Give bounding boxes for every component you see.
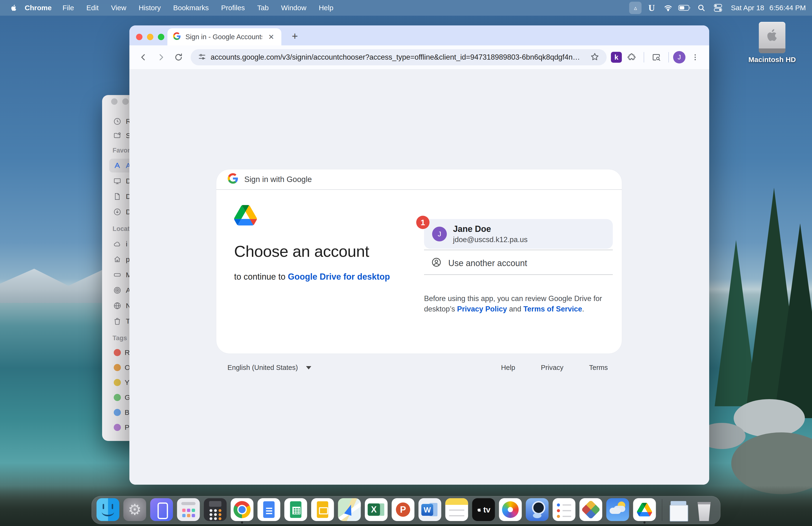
- menu-tab[interactable]: Tab: [251, 4, 275, 12]
- apple-menu-icon[interactable]: [10, 3, 17, 12]
- menubar-app-icon[interactable]: ▵: [629, 2, 641, 14]
- page-footer: English (United States) Help Privacy Ter…: [216, 364, 622, 372]
- browser-toolbar: accounts.google.com/v3/signin/accountcho…: [129, 45, 709, 69]
- extensions-puzzle-icon[interactable]: [624, 49, 639, 65]
- url-text[interactable]: accounts.google.com/v3/signin/accountcho…: [211, 53, 586, 61]
- forward-button[interactable]: [153, 49, 169, 65]
- dock-excel-icon[interactable]: X: [365, 498, 388, 521]
- running-indicator: [241, 522, 243, 524]
- dock-launchpad-icon[interactable]: [177, 498, 200, 521]
- dock-iphone-mirroring-icon[interactable]: [150, 498, 173, 521]
- apple-logo-on-drive: [765, 27, 780, 44]
- google-g-logo: [228, 173, 238, 186]
- volume-label: Macintosh HD: [746, 56, 798, 64]
- menubar-u-app-icon[interactable]: U: [645, 2, 658, 13]
- signin-page: Sign in with Google Choose an account to…: [129, 69, 709, 485]
- dock-trash-icon[interactable]: [693, 498, 715, 521]
- spotlight-search-icon[interactable]: [695, 2, 708, 13]
- privacy-disclaimer: Before using this app, you can review Go…: [424, 294, 613, 314]
- privacy-policy-link[interactable]: Privacy Policy: [457, 305, 507, 313]
- dock-powerpoint-icon[interactable]: P: [392, 498, 415, 521]
- notification-badge: 1: [416, 216, 430, 229]
- reload-button[interactable]: [171, 49, 186, 65]
- dock-system-settings-icon[interactable]: ⚙: [124, 498, 146, 521]
- kami-extension-icon[interactable]: k: [611, 52, 622, 63]
- sidebar-header-locations: Locati: [113, 225, 132, 232]
- menu-history[interactable]: History: [132, 4, 167, 12]
- continue-subtitle: to continue to Google Drive for desktop: [234, 272, 405, 282]
- dock-divider: [662, 499, 663, 521]
- menubar-clock[interactable]: Sat Apr 18 6:56:44 PM: [731, 4, 806, 12]
- dock-minimized-window[interactable]: [668, 501, 689, 521]
- menu-window[interactable]: Window: [275, 4, 313, 12]
- control-center-icon[interactable]: [711, 2, 725, 13]
- tab-strip: Sign in - Google Accounts ✕ +: [129, 25, 709, 45]
- account-option-jane-doe[interactable]: 1 J Jane Doe jdoe@uscsd.k12.pa.us: [424, 219, 613, 249]
- wifi-icon[interactable]: [662, 2, 675, 13]
- macintosh-hd-desktop-icon[interactable]: Macintosh HD: [746, 22, 798, 64]
- dock-photos-icon[interactable]: [499, 498, 522, 521]
- chrome-menu-kebab-icon[interactable]: [687, 49, 703, 65]
- language-value: English (United States): [228, 364, 298, 372]
- google-favicon: [173, 32, 181, 42]
- dock-apple-tv-icon[interactable]: tv: [472, 498, 495, 521]
- continue-app-link[interactable]: Google Drive for desktop: [288, 272, 390, 282]
- menu-bookmarks[interactable]: Bookmarks: [167, 4, 215, 12]
- dock-app-grid-icon[interactable]: [580, 498, 603, 521]
- back-button[interactable]: [135, 49, 151, 65]
- address-bar[interactable]: accounts.google.com/v3/signin/accountcho…: [191, 49, 607, 65]
- signin-card: Sign in with Google Choose an account to…: [216, 169, 622, 354]
- yellow-tag-icon: [114, 379, 121, 386]
- dock-reminders-icon[interactable]: [553, 498, 576, 521]
- menu-bar: Chrome File Edit View History Bookmarks …: [0, 0, 812, 16]
- divider: [424, 274, 613, 275]
- menubar-date: Sat Apr 18: [731, 4, 764, 12]
- active-app-menu[interactable]: Chrome: [25, 4, 52, 12]
- dock-word-icon[interactable]: W: [419, 498, 441, 521]
- terms-link[interactable]: Terms: [589, 364, 608, 372]
- finder-minimize-button[interactable]: [122, 98, 129, 105]
- bookmark-star-icon[interactable]: [590, 52, 599, 62]
- dock-google-slides-icon[interactable]: [311, 498, 334, 521]
- language-selector[interactable]: English (United States): [216, 364, 311, 372]
- dock-google-drive-icon[interactable]: [633, 498, 656, 521]
- menu-file[interactable]: File: [56, 4, 80, 12]
- fullscreen-window-button[interactable]: [158, 34, 164, 40]
- dock-google-docs-icon[interactable]: [258, 498, 280, 521]
- browser-tab[interactable]: Sign in - Google Accounts ✕: [168, 28, 281, 45]
- terms-of-service-link[interactable]: Terms of Service: [523, 305, 582, 313]
- page-title: Choose an account: [234, 242, 405, 260]
- menu-profiles[interactable]: Profiles: [215, 4, 251, 12]
- dock-finder-icon[interactable]: [97, 498, 119, 521]
- use-another-account-button[interactable]: Use another account: [424, 254, 613, 273]
- download-circle-icon: [113, 207, 122, 217]
- dock-google-sheets-icon[interactable]: [285, 498, 307, 521]
- airdrop-icon: [113, 286, 122, 295]
- menu-view[interactable]: View: [105, 4, 132, 12]
- divider: [424, 250, 613, 250]
- profile-avatar[interactable]: J: [673, 51, 685, 63]
- dock-maps-icon[interactable]: [338, 498, 361, 521]
- close-window-button[interactable]: [136, 34, 143, 40]
- menu-help[interactable]: Help: [313, 4, 339, 12]
- dock-chrome-icon[interactable]: [231, 498, 253, 521]
- dock-calculator-icon[interactable]: [204, 498, 227, 521]
- clock-icon: [113, 117, 122, 126]
- dock: ⚙ X P W tv: [92, 496, 721, 524]
- finder-close-button[interactable]: [111, 98, 117, 105]
- tab-close-icon[interactable]: ✕: [267, 33, 276, 41]
- dock-weather-icon[interactable]: [606, 498, 629, 521]
- chrome-window: Sign in - Google Accounts ✕ + accounts.g…: [129, 25, 709, 485]
- menu-edit[interactable]: Edit: [80, 4, 105, 12]
- help-link[interactable]: Help: [501, 364, 515, 372]
- dock-photo-booth-icon[interactable]: [526, 498, 549, 521]
- minimize-window-button[interactable]: [147, 34, 154, 40]
- new-tab-button[interactable]: +: [289, 30, 301, 42]
- privacy-link[interactable]: Privacy: [541, 364, 563, 372]
- tab-search-icon[interactable]: [649, 49, 664, 65]
- card-left-column: Choose an account to continue to Google …: [234, 205, 405, 282]
- toolbar-divider: [644, 52, 644, 62]
- site-settings-icon[interactable]: [198, 53, 206, 62]
- battery-icon[interactable]: [678, 2, 691, 13]
- dock-notes-icon[interactable]: [446, 498, 468, 521]
